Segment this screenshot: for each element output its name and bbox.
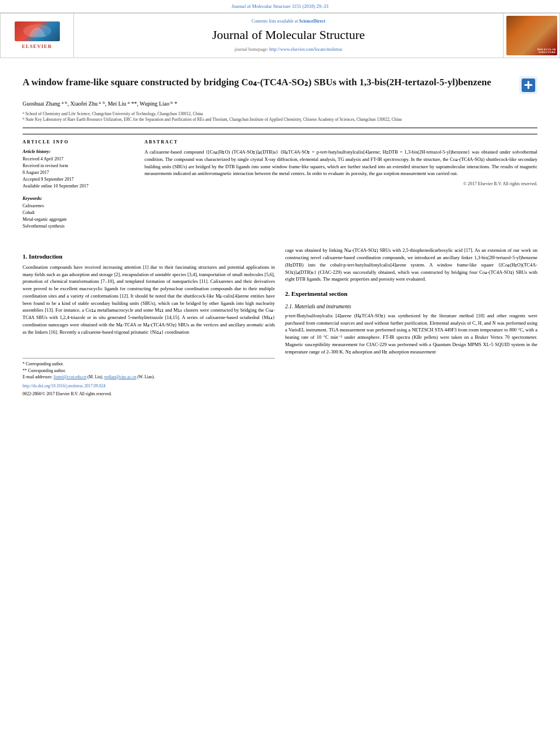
- abstract-heading: ABSTRACT: [145, 139, 537, 145]
- body-left-col: 1. Introduction Coordination compounds h…: [23, 247, 275, 397]
- footnote-corresponding-double: ** Corresponding author.: [23, 368, 275, 374]
- affiliations: ᵃ School of Chemistry and Life Science, …: [23, 111, 537, 123]
- header-box: ELSEVIER Contents lists available at Sci…: [0, 13, 560, 58]
- footnote-emails: E-mail addresses: liunei@ccut.edu.cn (M.…: [23, 374, 275, 380]
- sciencedirect-link[interactable]: Contents lists available at ScienceDirec…: [252, 18, 325, 24]
- article-info-col: ARTICLE INFO Article history: Received 4…: [23, 139, 135, 230]
- history-accepted: Accepted 9 September 2017: [23, 176, 135, 183]
- history-available: Available online 10 September 2017: [23, 183, 135, 190]
- copyright-notice: © 2017 Elsevier B.V. All rights reserved…: [145, 181, 537, 187]
- keywords-section: Keywords: Calixarenes Cobalt Metal-organ…: [23, 195, 135, 230]
- homepage-link[interactable]: http://www.elsevier.com/locate/molstruc: [269, 47, 343, 52]
- keyword-1: Calixarenes: [23, 203, 135, 209]
- footnote-corresponding-single: * Corresponding author.: [23, 361, 275, 367]
- affiliation-b: ᵇ State Key Laboratory of Rare Earth Res…: [23, 117, 537, 123]
- elsevier-logo-img: [15, 21, 60, 41]
- abstract-col: ABSTRACT A calixarene-based compound {[C…: [145, 139, 537, 230]
- intro-paragraph2: cage was obtained by linking Ni₄-(TC4A-S…: [285, 247, 537, 283]
- journal-homepage: journal homepage: http://www.elsevier.co…: [234, 46, 342, 53]
- experimental-sub1: 2.1. Materials and instruments: [285, 303, 537, 311]
- doi-link[interactable]: http://dx.doi.org/10.1016/j.molstruc.201…: [23, 382, 275, 390]
- experimental-heading: 2. Experimental section: [285, 290, 537, 298]
- history-title: Article history:: [23, 148, 135, 155]
- history-revised: Received in revised form 8 August 2017: [23, 163, 135, 176]
- body-right-col: cage was obtained by linking Ni₄-(TC4A-S…: [285, 247, 537, 397]
- intro-paragraph1: Coordination compounds have received inc…: [23, 264, 275, 336]
- crossmark-badge[interactable]: [519, 76, 537, 94]
- keyword-4: Solvothermal synthesis: [23, 223, 135, 230]
- email-link-1[interactable]: liunei@ccut.edu.cn: [54, 374, 86, 379]
- keyword-2: Cobalt: [23, 209, 135, 216]
- intro-heading: 1. Introduction: [23, 252, 275, 261]
- keyword-3: Metal-organic aggregate: [23, 216, 135, 223]
- footnote-area: * Corresponding author. ** Corresponding…: [23, 358, 275, 380]
- authors-line: Guoshuai Zhang ᵃ ᵇ, Xiaofei Zhu ᵃ ᵇ, Mei…: [23, 100, 537, 108]
- header-center: Contents lists available at ScienceDirec…: [74, 14, 503, 58]
- email-link-2[interactable]: wpliao@ciac.ac.cn: [104, 374, 137, 379]
- article-info-abstract: ARTICLE INFO Article history: Received 4…: [23, 134, 537, 230]
- main-two-col: 1. Introduction Coordination compounds h…: [23, 247, 537, 397]
- keywords-title: Keywords:: [23, 195, 135, 202]
- molecular-structure-img: MOLECULAR STRUCTURE: [506, 16, 557, 55]
- journal-ref: Journal of Molecular Structure 1151 (201…: [0, 0, 560, 13]
- article-title: A window frame-like square constructed b…: [23, 76, 537, 94]
- header-left: ELSEVIER: [1, 14, 74, 58]
- affiliation-a: ᵃ School of Chemistry and Life Science, …: [23, 111, 537, 117]
- history-received: Received 4 April 2017: [23, 156, 135, 163]
- article-title-text: A window frame-like square constructed b…: [23, 76, 514, 89]
- experimental-text1: p-tert-Butylsulfonylcalix [4]arene (H₄TC…: [285, 312, 537, 356]
- journal-title-main: Journal of Molecular Structure: [212, 27, 365, 44]
- abstract-text: A calixarene-based compound {[Co₄(H₂O) (…: [145, 148, 537, 177]
- article-history: Article history: Received 4 April 2017 R…: [23, 148, 135, 190]
- article-info-heading: ARTICLE INFO: [23, 139, 135, 145]
- header-right: MOLECULAR STRUCTURE: [503, 14, 559, 58]
- elsevier-text: ELSEVIER: [22, 43, 53, 50]
- issn: 0022-2860/© 2017 Elsevier B.V. All right…: [23, 391, 275, 397]
